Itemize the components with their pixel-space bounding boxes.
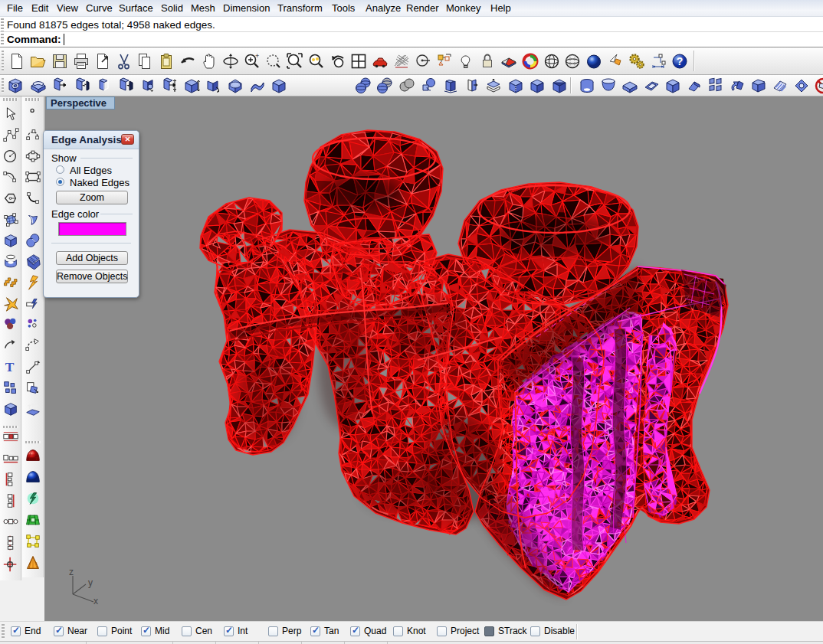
svg-text:x: x [93, 596, 98, 606]
svg-text:T: T [5, 359, 15, 374]
svg-text:y: y [88, 577, 93, 588]
svg-text:z: z [69, 567, 74, 577]
